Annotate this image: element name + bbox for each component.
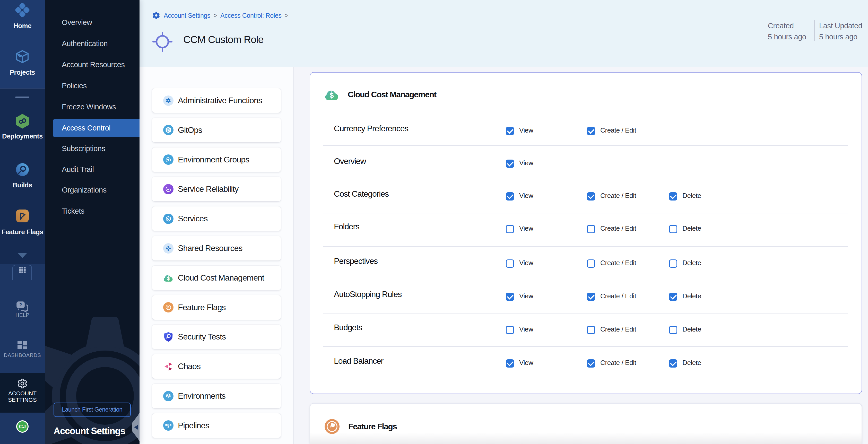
svg-text:$: $ [167, 276, 169, 281]
svg-text:$: $ [330, 92, 334, 99]
svg-text:?: ? [19, 303, 22, 307]
